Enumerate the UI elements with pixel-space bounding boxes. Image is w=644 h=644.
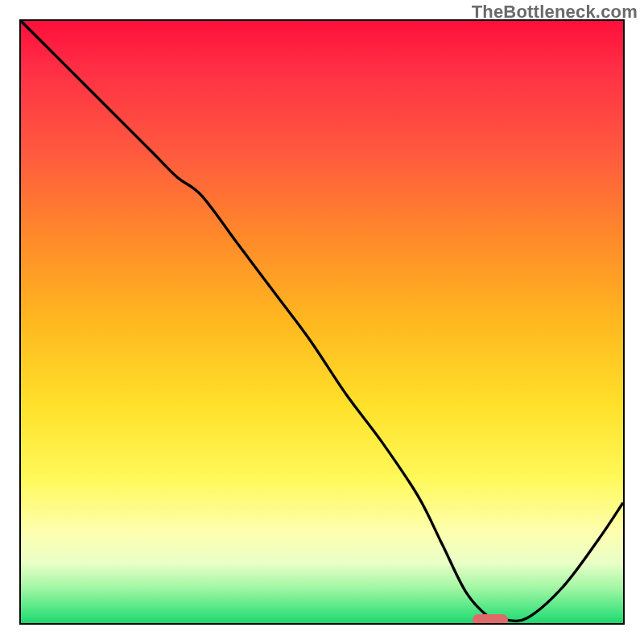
plot-area: [19, 19, 625, 625]
optimal-marker: [473, 614, 508, 625]
curve-path: [21, 21, 623, 621]
chart-container: TheBottleneck.com: [0, 0, 644, 644]
bottleneck-curve: [21, 21, 623, 623]
